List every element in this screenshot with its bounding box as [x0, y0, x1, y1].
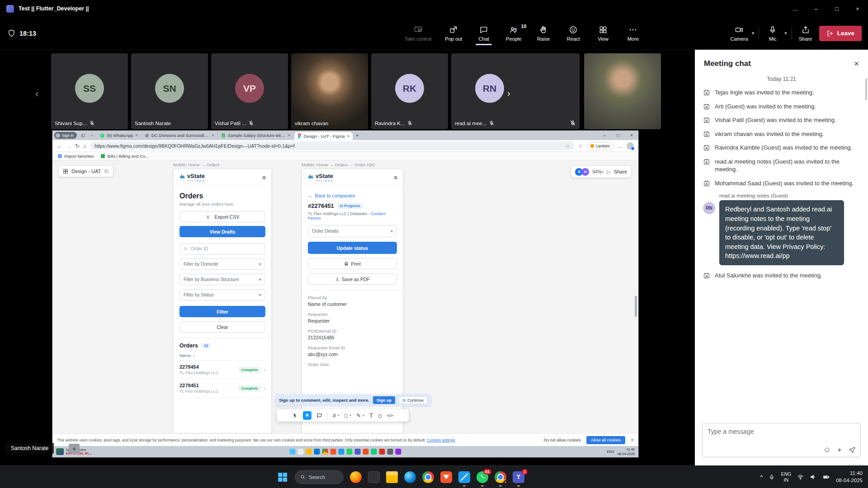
bookmark-import-favorites[interactable]: Import favorites [58, 154, 94, 159]
refresh-button[interactable]: ↻ [75, 143, 80, 149]
emoji-icon[interactable]: ☺ [823, 446, 831, 454]
shape-tool-icon[interactable]: □ [344, 413, 348, 419]
shape-tool-dropdown[interactable]: ▾ [349, 413, 351, 418]
text-tool-icon[interactable]: T [369, 413, 373, 419]
frame-tool-dropdown[interactable]: ▾ [338, 413, 340, 418]
firefox-icon[interactable] [350, 471, 362, 483]
browser-tab-figma[interactable]: Design - UAT - Figma × [294, 132, 353, 140]
tray-expand-icon[interactable]: ^ [760, 474, 763, 480]
frame-tool-icon[interactable]: # [333, 413, 336, 419]
share-button-figma[interactable]: Share [614, 169, 627, 174]
favorites-icon[interactable]: ☆ [578, 143, 583, 149]
terminal-icon[interactable] [368, 471, 380, 483]
new-tab-button[interactable]: + [355, 132, 359, 139]
browser-minimize-button[interactable]: – [598, 131, 611, 140]
sign-up-button[interactable]: Sign up [373, 396, 395, 404]
mic-button[interactable]: Mic [764, 22, 782, 45]
participant-tile[interactable]: vikram chavan [291, 53, 368, 129]
take-control-button[interactable]: Take control [404, 22, 432, 45]
view-drafts-button[interactable]: View Drafts [179, 226, 265, 237]
browser-profile-button[interactable]: Sign in [54, 132, 77, 139]
pen-tool-icon[interactable]: ✎ [356, 413, 361, 419]
browser-tab-dc-divisions[interactable]: DC Divisions and Surroundings × [142, 131, 218, 139]
bookmark-star-icon[interactable]: ☆ [566, 143, 570, 149]
people-button[interactable]: 10 People [505, 22, 523, 45]
mic-dropdown-icon[interactable]: ▾ [784, 30, 787, 36]
pop-out-button[interactable]: Pop out [444, 22, 463, 45]
allow-cookies-button[interactable]: Allow all cookies [586, 436, 625, 444]
tab-actions-icon[interactable] [80, 132, 87, 139]
deny-cookies-button[interactable]: Do not allow cookies [543, 438, 581, 442]
send-icon[interactable] [848, 446, 856, 454]
order-row[interactable]: 2279454TL Flex Holdings LLC Complete › [179, 361, 265, 379]
back-to-companies-link[interactable]: ← Back to companies [308, 193, 397, 198]
share-button[interactable]: Share [797, 22, 815, 45]
filter-status-select[interactable]: Filter by Status▾ [179, 289, 265, 300]
filmstrip-scroll-right[interactable]: › [507, 88, 510, 99]
browser-tab-whatsapp[interactable]: (6) WhatsApp × [97, 131, 142, 139]
tab-close-icon[interactable]: × [135, 133, 138, 138]
taskbar-clock[interactable]: 11:40 08-04-2025 [836, 470, 863, 484]
forward-button[interactable]: → [66, 143, 71, 149]
tab-close-icon[interactable]: × [212, 133, 214, 138]
component-tool-icon[interactable]: ◇ [378, 413, 382, 419]
language-indicator[interactable]: ENG IN [781, 471, 791, 483]
vscode-icon[interactable] [458, 471, 470, 483]
url-field[interactable]: https://www.figma.com/design/9BKQ0FOHRWa… [90, 141, 574, 150]
wifi-icon[interactable] [797, 474, 804, 480]
hamburger-menu-icon[interactable]: ≡ [262, 174, 266, 181]
name-column-header[interactable]: Name ↓ [179, 353, 265, 361]
message-bubble[interactable]: Redberyl and Santosh added read.ai meeti… [719, 200, 844, 265]
view-button[interactable]: View [594, 22, 612, 45]
whatsapp-icon[interactable]: 81 [476, 471, 488, 483]
filter-business-structure-select[interactable]: Filter by Business Structure▾ [179, 274, 265, 285]
camera-dropdown-icon[interactable]: ▾ [752, 30, 755, 36]
dev-mode-icon[interactable]: </> [387, 413, 393, 418]
chat-message-list[interactable]: Today 11:21 Tejas Ingle was invited to t… [695, 72, 868, 418]
canvas-scrollbar[interactable] [635, 296, 637, 317]
copy-icon[interactable] [104, 169, 109, 174]
move-tool-icon[interactable] [292, 413, 298, 418]
update-status-button[interactable]: Update status [308, 242, 397, 254]
battery-icon[interactable] [822, 474, 830, 480]
browser-maximize-button[interactable]: □ [611, 131, 625, 140]
maximize-button[interactable]: □ [826, 0, 847, 17]
participant-tile[interactable]: RK Ravindra K... [371, 53, 448, 129]
participant-tile[interactable]: SN Santosh Narate [131, 53, 208, 129]
chrome-profile-icon[interactable] [495, 471, 506, 483]
filter-button[interactable]: Filter [179, 306, 265, 317]
browser-close-button[interactable]: × [625, 131, 638, 140]
mockup-order-detail-screen[interactable]: vState FILINGS ≡ ← Back to companies #22… [302, 169, 403, 433]
tab-close-icon[interactable]: × [347, 134, 350, 139]
filmstrip-scroll-left[interactable]: ‹ [35, 88, 38, 100]
chat-scrollbar[interactable] [865, 79, 867, 100]
participant-tile[interactable]: RN read.ai mee... [451, 53, 528, 129]
start-button[interactable] [277, 471, 288, 483]
google-continue-button[interactable]: GContinue [399, 396, 427, 404]
chat-close-icon[interactable]: × [854, 59, 859, 69]
presenter-system-tray[interactable]: ENG 11:40 08-04-2025 [607, 447, 635, 456]
taskbar-search[interactable]: Search [295, 470, 344, 484]
tab-search-icon[interactable] [88, 132, 95, 139]
cookie-close-icon[interactable]: × [631, 437, 634, 443]
back-button[interactable]: ← [57, 143, 62, 149]
add-button[interactable]: + [69, 444, 80, 454]
participant-tile[interactable] [520, 53, 580, 129]
bookmark-bills-billing[interactable]: Bills | Billing and Co... [101, 154, 149, 159]
chrome-icon[interactable] [422, 471, 434, 483]
comment-tool-icon[interactable] [316, 413, 322, 418]
home-button[interactable]: ⌂ [83, 143, 86, 149]
filter-domicile-select[interactable]: Filter by Domicile▾ [179, 258, 265, 270]
minimize-button[interactable]: – [806, 0, 826, 17]
raise-hand-button[interactable]: Raise [534, 22, 552, 45]
save-as-pdf-button[interactable]: Save as PDF [308, 273, 397, 285]
file-explorer-icon[interactable] [386, 471, 398, 483]
react-button[interactable]: React [564, 22, 582, 45]
leave-button[interactable]: Leave [819, 26, 862, 41]
present-icon[interactable]: ▷ [607, 169, 610, 175]
figma-file-chip[interactable]: Design - UAT [59, 166, 113, 177]
hamburger-menu-icon[interactable]: ≡ [394, 174, 397, 181]
order-row[interactable]: 2279451TL Flex Holdings LLC Complete › [179, 379, 265, 398]
participant-tile[interactable]: VP Vishal Patil ... [211, 53, 288, 129]
close-button[interactable]: × [847, 0, 868, 17]
